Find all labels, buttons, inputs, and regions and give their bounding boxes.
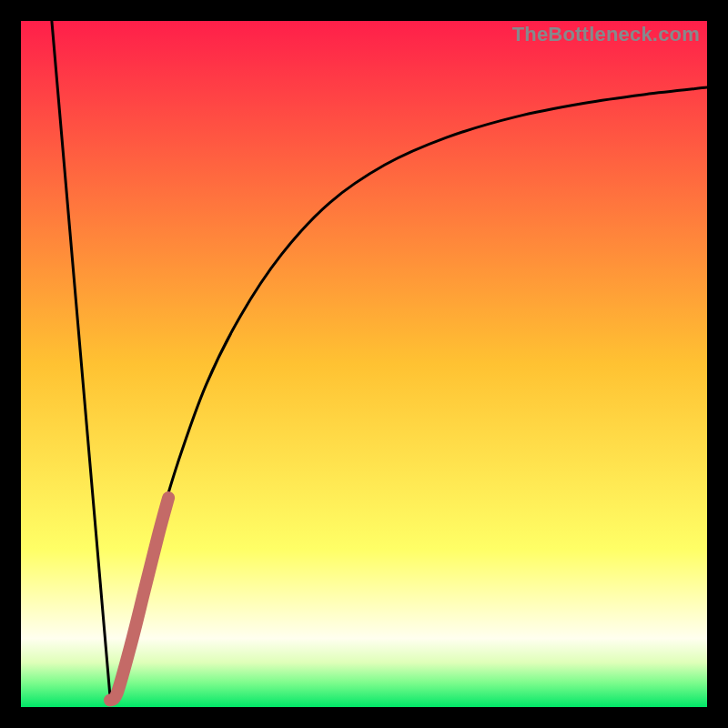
gradient-background [21,21,707,707]
watermark-text: TheBottleneck.com [512,23,700,46]
chart-frame: TheBottleneck.com [0,0,728,728]
plot-area: TheBottleneck.com [21,21,707,707]
chart-svg [21,21,707,707]
